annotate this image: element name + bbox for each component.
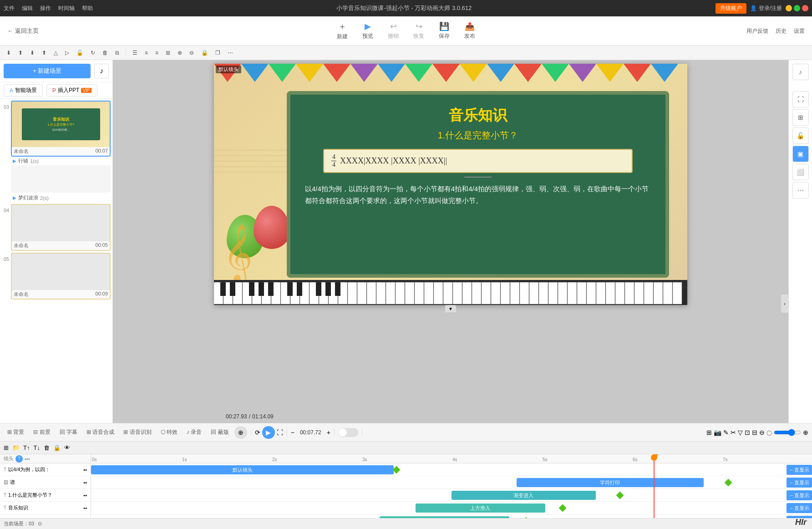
login-button[interactable]: 👤 登录/注册 [750, 5, 782, 12]
play-button[interactable]: ▶ [262, 426, 275, 439]
track-tool-6[interactable]: 🔒 [53, 444, 61, 451]
maximize-button[interactable] [794, 5, 800, 11]
sec-btn-rotate[interactable]: ↻ [88, 49, 98, 57]
scene-thumbnail-04[interactable]: 未命名 00:05 [11, 204, 111, 251]
camera-block[interactable]: 默认镜头 [91, 465, 394, 474]
volume-slider[interactable] [774, 429, 801, 436]
track-tool-1[interactable]: ⊞ [4, 444, 9, 451]
music-button[interactable]: ♪ [94, 64, 109, 78]
settings-button[interactable]: 设置 [794, 27, 805, 35]
track-tool-3[interactable]: T↑ [23, 444, 30, 451]
rewind-button[interactable]: ⟳ [255, 429, 260, 436]
fullscreen-play-button[interactable]: ⛶ [277, 429, 283, 436]
new-scene-button[interactable]: + 新建场景 [4, 64, 91, 78]
menu-help[interactable]: 帮助 [82, 5, 93, 12]
copy-scene-icon[interactable]: ⊙ [38, 521, 42, 527]
text2-block[interactable]: 上方滑入 [416, 504, 545, 513]
blackboard[interactable]: 音乐知识 1.什么是完整小节？ 4 4 XXXX|XXXX |XXXX |XXX… [287, 91, 669, 278]
tc-filter[interactable]: ▽ [738, 429, 743, 436]
tc-fx[interactable]: ⬡ 特效 [157, 427, 181, 437]
track-dots-3[interactable]: • [28, 456, 30, 462]
title-block[interactable]: 上方滑入 [380, 516, 509, 518]
help-icon[interactable]: ? [15, 455, 23, 463]
minimize-button[interactable] [786, 5, 792, 11]
sec-btn-more[interactable]: ⋯ [225, 49, 236, 57]
tc-add-end[interactable]: ⊕ [803, 429, 808, 436]
slide-canvas[interactable]: 默认镜头 [214, 64, 687, 305]
sec-btn-zoom-in[interactable]: ⊕ [175, 49, 185, 57]
speed-toggle[interactable] [338, 428, 358, 437]
tc-record[interactable]: ♪ 录音 [183, 427, 205, 437]
tc-vol[interactable]: ◌ [766, 429, 772, 436]
plus-btn[interactable]: + [327, 429, 330, 436]
collapse-arrow[interactable]: ▼ [445, 305, 456, 312]
lock-panel-btn[interactable]: 🔓 [792, 127, 809, 144]
tc-mask[interactable]: 回 蔽版 [207, 427, 232, 437]
menu-edit[interactable]: 编辑 [22, 5, 33, 12]
tc-join[interactable]: ⊟ [752, 429, 757, 436]
tl-label-dot8[interactable]: • [85, 505, 87, 511]
show-btn-text1[interactable]: ←直显示 [787, 478, 812, 488]
tc-split[interactable]: ⊡ [745, 429, 750, 436]
panel-btn-more[interactable]: ⋯ [792, 182, 809, 198]
tc-subtitle[interactable]: 回 字幕 [56, 427, 81, 437]
tc-camera[interactable]: 📷 [714, 429, 721, 436]
panel-btn-save[interactable]: ⬜ [792, 164, 809, 180]
toolbar-save[interactable]: 💾 保存 [439, 21, 450, 40]
feedback-button[interactable]: 用户反馈 [746, 27, 768, 35]
sec-btn-lock2[interactable]: 🔒 [198, 49, 211, 57]
right-collapse-tab[interactable]: › [781, 295, 788, 313]
sheet-block[interactable]: 渐变进入 [452, 491, 596, 500]
back-home-button[interactable]: ← 返回主页 [7, 27, 39, 35]
sec-btn-lock[interactable]: 🔓 [74, 49, 86, 57]
music-note-button[interactable]: ♪ [792, 64, 809, 80]
tl-label-dot6[interactable]: • [85, 493, 87, 498]
show-btn-text2[interactable]: ←直显示 [787, 503, 812, 513]
panel-btn-blue[interactable]: ▣ [792, 146, 809, 162]
sec-btn-zoom-out[interactable]: ⊖ [187, 49, 197, 57]
scene-thumbnail[interactable]: 音乐知识 1.什么是完整小节? 以4/4拍为例... 未命名 00:07 [11, 101, 111, 157]
show-btn-sheet[interactable]: ←直显示 [787, 490, 812, 500]
insert-ppt-tab[interactable]: P 插入PPT VIP [46, 84, 97, 97]
toolbar-redo[interactable]: ↪ 恢复 [413, 21, 424, 40]
track-tool-2[interactable]: 📁 [12, 444, 20, 451]
upgrade-button[interactable]: 升级账户 [716, 3, 746, 14]
tl-label-dot4[interactable]: • [85, 480, 87, 485]
tc-bg[interactable]: ⊞ 背景 [4, 427, 28, 437]
sec-btn-align-left[interactable]: ☰ [130, 49, 140, 57]
minus-btn[interactable]: − [291, 429, 294, 436]
smart-scene-tab[interactable]: A 智能场景 [4, 84, 43, 97]
sec-btn-align-right[interactable]: ≡ [152, 49, 161, 57]
tc-tts[interactable]: ⊞ 语音合成 [83, 427, 118, 437]
toolbar-undo[interactable]: ↩ 撤销 [388, 21, 399, 40]
panel-btn-2[interactable]: ⊞ [792, 109, 809, 126]
toolbar-publish[interactable]: 📤 发布 [464, 21, 475, 40]
tc-snap[interactable]: ⊞ [706, 429, 712, 436]
text1-block[interactable]: 字符打印 [517, 478, 704, 487]
history-button[interactable]: 历史 [776, 27, 787, 35]
sec-btn-1[interactable]: ⬇ [4, 49, 14, 57]
tc-edit[interactable]: ✎ [723, 429, 729, 436]
sec-btn-align-center[interactable]: ≡ [142, 49, 151, 57]
tc-fg[interactable]: ⊟ 前景 [30, 427, 54, 437]
toolbar-preview[interactable]: ▶ 预览 [362, 21, 373, 40]
sec-btn-2[interactable]: ⬆ [15, 49, 25, 57]
tc-asr[interactable]: ⊞ 语音识别 [120, 427, 155, 437]
track-tool-7[interactable]: 👁 [64, 444, 70, 451]
scene-thumbnail-05[interactable]: 未命名 00:09 [11, 253, 111, 300]
toolbar-new[interactable]: ＋ 新建 [337, 21, 348, 41]
sec-btn-distribute[interactable]: ⊞ [163, 49, 173, 57]
track-tool-4[interactable]: T↓ [33, 444, 40, 451]
tl-label-dot2[interactable]: • [85, 467, 87, 473]
sec-btn-duplicate[interactable]: ❐ [213, 49, 223, 57]
track-tool-5[interactable]: 🗑 [44, 444, 50, 451]
sec-btn-5[interactable]: △ [51, 49, 61, 57]
sec-btn-delete[interactable]: 🗑 [100, 49, 111, 57]
sec-btn-6[interactable]: ▷ [62, 49, 72, 57]
sec-btn-3[interactable]: ⬇ [27, 49, 37, 57]
sec-btn-copy[interactable]: ⧉ [112, 49, 122, 57]
menu-file[interactable]: 文件 [4, 5, 15, 12]
more-button[interactable]: ⊕ [234, 426, 247, 439]
sec-btn-4[interactable]: ⬆ [39, 49, 49, 57]
show-btn-camera[interactable]: ←直显示 [787, 465, 812, 475]
